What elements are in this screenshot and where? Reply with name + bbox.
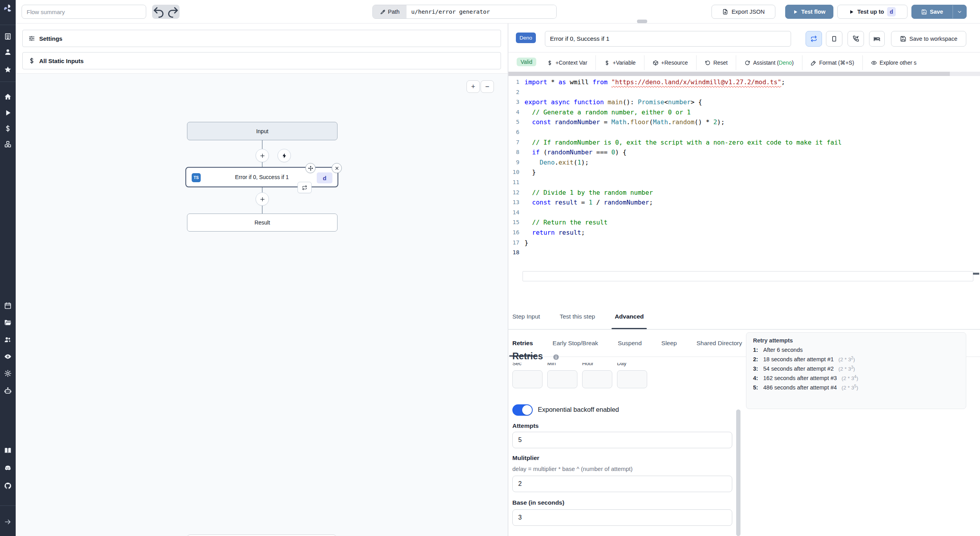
unit-input[interactable] [512, 370, 543, 388]
attempts-input[interactable] [512, 432, 732, 448]
subtab-early-stop-break[interactable]: Early Stop/Break [552, 330, 599, 357]
unit-input[interactable] [547, 370, 577, 388]
toolbar-format-s[interactable]: Format (⌘+S) [802, 55, 862, 70]
sleep-button[interactable] [869, 31, 885, 47]
test-up-to-button[interactable]: Test up to d [837, 5, 907, 19]
export-json-button[interactable]: Export JSON [711, 5, 775, 19]
dollar-icon [28, 57, 35, 64]
zoom-in-button[interactable]: + [466, 80, 480, 93]
editor-splitter-handle[interactable] [508, 72, 950, 76]
add-step-button[interactable] [256, 149, 269, 162]
rotate-ccw-icon [705, 60, 711, 66]
subtab-suspend[interactable]: Suspend [617, 330, 642, 357]
cubes-icon[interactable] [4, 140, 12, 148]
save-to-workspace-label: Save to workspace [909, 36, 958, 42]
bolt-icon [281, 153, 287, 159]
splitter-grip[interactable] [637, 20, 647, 23]
tab-step-input[interactable]: Step Input [512, 304, 541, 329]
move-node-button[interactable] [305, 163, 316, 173]
star-icon[interactable] [4, 66, 12, 74]
flow-graph-canvas: + − Input TS Error if 0, Success if 1 d [16, 73, 508, 536]
base-label: Base (in seconds) [512, 499, 564, 506]
error-handler-bar[interactable]: Error handler [187, 534, 336, 536]
fullscreen-button[interactable] [826, 31, 842, 47]
play-icon[interactable] [4, 109, 12, 117]
toolbar-assistant[interactable]: Assistant (Deno) [736, 55, 802, 70]
path-chip: Path [373, 5, 407, 18]
folder-open-icon[interactable] [4, 319, 12, 326]
user-group-icon[interactable] [4, 336, 12, 344]
save-button[interactable]: Save [911, 5, 967, 19]
bed-icon [873, 35, 880, 42]
square-icon [831, 35, 838, 42]
info-icon[interactable] [553, 354, 559, 360]
panel-scrollbar[interactable] [736, 409, 740, 536]
code-editor[interactable]: 123456789101112131415161718 import * as … [508, 76, 980, 304]
play-icon [793, 9, 798, 14]
retry-attempts-list: 1:After 6 seconds2:18 seconds after atte… [753, 347, 959, 391]
calendar-icon[interactable] [4, 302, 12, 310]
toolbar-reset[interactable]: Reset [696, 55, 736, 70]
line-number: 7 [508, 138, 519, 148]
base-input[interactable] [512, 509, 732, 526]
flow-node-result[interactable]: Result [187, 214, 338, 232]
bot-icon[interactable] [4, 387, 12, 395]
zoom-out-button[interactable]: − [481, 80, 494, 93]
redo-icon[interactable] [166, 5, 180, 19]
settings-label: Settings [39, 35, 62, 42]
home-icon[interactable] [4, 93, 12, 101]
line-number: 13 [508, 197, 519, 208]
tab-test-this-step[interactable]: Test this step [559, 304, 596, 329]
code-line-3: export async function main(): Promise<nu… [524, 97, 702, 107]
code-content: import * as wmill from "https://deno.lan… [524, 77, 975, 261]
delete-node-button[interactable] [332, 163, 342, 173]
unit-input[interactable] [617, 370, 647, 388]
toolbar-variable[interactable]: +Variable [595, 55, 644, 70]
path-group: Path [372, 5, 557, 19]
subtab-shared-directory[interactable]: Shared Directory [696, 330, 743, 357]
user-icon[interactable] [4, 48, 12, 56]
step-name-input[interactable] [545, 31, 791, 47]
dollar-icon [604, 60, 610, 66]
flow-node-step[interactable]: TS Error if 0, Success if 1 d [185, 167, 338, 187]
unit-input[interactable] [582, 370, 612, 388]
flow-node-input[interactable]: Input [187, 122, 338, 140]
toolbar-item-label: Explore other s [880, 60, 916, 66]
retry-indicator-button[interactable] [298, 182, 312, 193]
test-flow-button[interactable]: Test flow [785, 5, 833, 19]
dollar-icon[interactable] [4, 125, 12, 132]
panel-divider[interactable] [508, 24, 508, 536]
toolbar-item-label: +Context Var [555, 60, 587, 66]
eye-icon[interactable] [4, 353, 12, 360]
discord-icon[interactable] [4, 464, 12, 472]
repeat-icon [302, 185, 307, 190]
all-static-inputs-bar[interactable]: All Static Inputs [22, 52, 501, 69]
toolbar-explore-other-s[interactable]: Explore other s [862, 55, 925, 70]
watch-mode-button[interactable] [806, 31, 822, 47]
exponential-backoff-toggle[interactable] [512, 404, 533, 416]
retries-title: Retries [512, 351, 543, 362]
gear-icon[interactable] [4, 369, 12, 377]
undo-icon[interactable] [152, 5, 166, 19]
flow-summary-input[interactable] [22, 5, 146, 19]
line-number: 18 [508, 248, 519, 258]
multiplier-input[interactable] [512, 476, 732, 492]
toolbar-context-var[interactable]: +Context Var [539, 55, 595, 70]
flow-settings-bar[interactable]: Settings [22, 30, 501, 47]
save-to-workspace-button[interactable]: Save to workspace [891, 31, 966, 47]
arrow-right-icon[interactable] [4, 518, 12, 526]
subtab-sleep[interactable]: Sleep [661, 330, 678, 357]
call-button[interactable] [848, 31, 864, 47]
book-icon[interactable] [4, 447, 12, 455]
save-dropdown[interactable] [953, 5, 966, 18]
building-icon[interactable] [4, 33, 12, 40]
windmill-logo-icon[interactable] [3, 4, 13, 13]
trigger-bolt-button[interactable] [278, 149, 291, 162]
toolbar-resource[interactable]: +Resource [644, 55, 696, 70]
add-step-button[interactable] [256, 192, 269, 206]
path-input[interactable] [407, 5, 556, 18]
toggle-knob [522, 405, 532, 415]
github-icon[interactable] [4, 482, 12, 490]
tab-advanced[interactable]: Advanced [614, 304, 644, 329]
current-line-highlight [523, 271, 973, 281]
